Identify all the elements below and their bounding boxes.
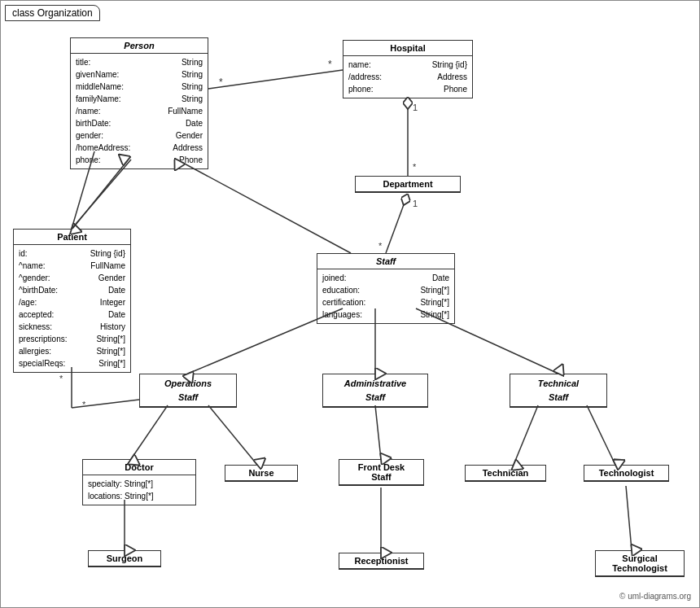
staff-header: Staff — [317, 254, 454, 269]
patient-header: Patient — [14, 230, 130, 245]
technician-class: Technician — [465, 465, 546, 482]
diagram-title: class Organization — [5, 5, 100, 21]
receptionist-class: Receptionist — [339, 553, 424, 570]
svg-line-28 — [514, 405, 538, 465]
doctor-header: Doctor — [83, 460, 195, 475]
svg-line-11 — [386, 194, 408, 253]
front-desk-staff-class: Front DeskStaff — [339, 459, 424, 486]
surgeon-header: Surgeon — [89, 551, 160, 566]
svg-text:*: * — [328, 59, 332, 70]
receptionist-header: Receptionist — [339, 553, 423, 569]
svg-line-26 — [208, 405, 257, 465]
person-body: title:String givenName:String middleName… — [71, 54, 208, 168]
doctor-class: Doctor specialty: String[*] locations: S… — [82, 459, 196, 505]
hospital-body: name:String {id} /address:Address phone:… — [343, 56, 472, 98]
svg-text:*: * — [82, 400, 86, 409]
technical-staff-class: TechnicalStaff — [510, 374, 607, 408]
department-class: Department — [355, 176, 461, 193]
technologist-header: Technologist — [584, 466, 668, 481]
patient-body: id:String {id} ^name:FullName ^gender:Ge… — [14, 245, 130, 372]
administrative-staff-header: AdministrativeStaff — [323, 374, 427, 407]
svg-text:*: * — [59, 374, 63, 383]
doctor-body: specialty: String[*] locations: String[*… — [83, 475, 195, 505]
operations-staff-header: OperationsStaff — [140, 374, 236, 407]
svg-line-17 — [180, 161, 351, 253]
surgeon-class: Surgeon — [88, 550, 161, 567]
svg-text:*: * — [378, 241, 383, 251]
nurse-header: Nurse — [225, 466, 297, 481]
diagram-container: class Organization Person title:String g… — [0, 0, 700, 608]
technologist-class: Technologist — [584, 465, 669, 482]
svg-text:*: * — [413, 162, 417, 172]
operations-staff-class: OperationsStaff — [139, 374, 237, 408]
technician-header: Technician — [466, 466, 545, 481]
svg-line-27 — [375, 405, 381, 459]
svg-line-16 — [72, 161, 127, 229]
svg-line-19 — [72, 400, 139, 408]
svg-text:1: 1 — [413, 103, 418, 112]
administrative-staff-class: AdministrativeStaff — [322, 374, 428, 408]
svg-line-5 — [208, 70, 343, 89]
copyright-text: © uml-diagrams.org — [619, 592, 691, 601]
svg-line-32 — [626, 486, 632, 550]
front-desk-staff-header: Front DeskStaff — [339, 460, 423, 485]
svg-line-25 — [131, 405, 168, 459]
svg-line-29 — [587, 405, 615, 465]
person-header: Person — [71, 38, 208, 54]
nurse-class: Nurse — [225, 465, 298, 482]
technical-staff-header: TechnicalStaff — [510, 374, 606, 407]
hospital-header: Hospital — [343, 41, 472, 56]
department-header: Department — [356, 177, 460, 192]
svg-text:1: 1 — [413, 199, 418, 208]
surgical-technologist-class: SurgicalTechnologist — [595, 550, 685, 577]
staff-body: joined:Date education:String[*] certific… — [317, 269, 454, 323]
person-class: Person title:String givenName:String mid… — [70, 37, 208, 169]
hospital-class: Hospital name:String {id} /address:Addre… — [343, 40, 473, 98]
svg-line-15 — [72, 160, 131, 229]
patient-class: Patient id:String {id} ^name:FullName ^g… — [13, 229, 131, 373]
svg-text:*: * — [219, 77, 223, 88]
staff-class: Staff joined:Date education:String[*] ce… — [317, 253, 455, 324]
surgical-technologist-header: SurgicalTechnologist — [596, 551, 684, 576]
